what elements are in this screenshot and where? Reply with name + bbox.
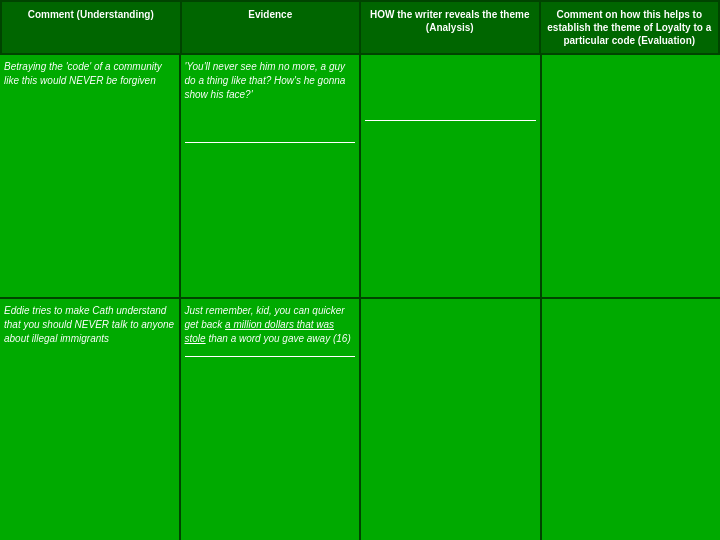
header-row: Comment (Understanding) Evidence HOW the… <box>0 0 720 55</box>
row1-comment: Betraying the 'code' of a community like… <box>0 55 181 297</box>
table-body: Betraying the 'code' of a community like… <box>0 55 720 540</box>
main-table: Comment (Understanding) Evidence HOW the… <box>0 0 720 540</box>
row1-analysis-divider <box>365 120 536 121</box>
header-col4: Comment on how this helps to establish t… <box>541 2 719 53</box>
row1-evidence-divider <box>185 142 356 143</box>
row2-evidence: Just remember, kid, you can quicker get … <box>181 299 362 541</box>
header-col3: HOW the writer reveals the theme (Analys… <box>361 2 541 53</box>
header-col2: Evidence <box>182 2 362 53</box>
row2-analysis <box>361 299 542 541</box>
header-col1: Comment (Understanding) <box>2 2 182 53</box>
row2-comment: Eddie tries to make Cath understand that… <box>0 299 181 541</box>
row1-evidence: 'You'll never see him no more, a guy do … <box>181 55 362 297</box>
row1-analysis <box>361 55 542 297</box>
row1-evaluation <box>542 55 721 297</box>
table-row: Betraying the 'code' of a community like… <box>0 55 720 299</box>
row2-evidence-divider <box>185 356 356 357</box>
table-row: Eddie tries to make Cath understand that… <box>0 299 720 541</box>
row1-evidence-text: 'You'll never see him no more, a guy do … <box>185 61 346 100</box>
row2-evidence-part2: than a word you gave away (16) <box>206 333 351 344</box>
row2-evaluation <box>542 299 721 541</box>
